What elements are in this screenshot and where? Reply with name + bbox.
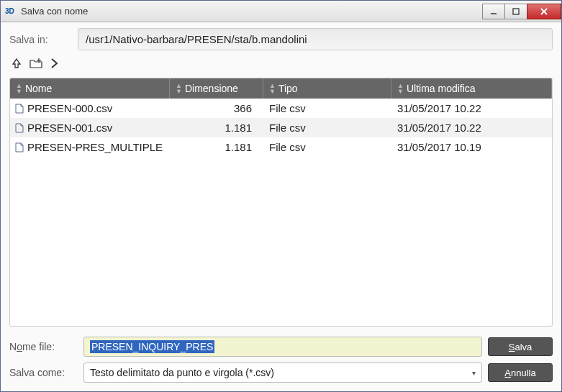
- file-type: File csv: [263, 141, 391, 153]
- maximize-button[interactable]: [504, 4, 527, 19]
- dialog-content: Salva in: /usr1/Nativo-barbara/PRESEN/st…: [1, 22, 561, 391]
- file-list: ▲▼ Nome ▲▼ Dimensione ▲▼ Tipo ▲▼ Ultima …: [9, 78, 553, 327]
- column-header-row: ▲▼ Nome ▲▼ Dimensione ▲▼ Tipo ▲▼ Ultima …: [10, 78, 552, 99]
- file-size: 1.181: [170, 141, 263, 153]
- forward-icon[interactable]: [50, 58, 58, 72]
- save-as-type-value: Testo delimitato da punto e virgola (*.c…: [90, 367, 274, 378]
- save-as-type-label: Salva come:: [9, 367, 78, 378]
- column-header-modified[interactable]: ▲▼ Ultima modifica: [391, 78, 552, 99]
- save-as-type-combo[interactable]: Testo delimitato da punto e virgola (*.c…: [83, 363, 482, 383]
- file-modified: 31/05/2017 10.22: [391, 102, 552, 114]
- column-modified-label: Ultima modifica: [407, 83, 476, 94]
- file-size: 366: [170, 102, 263, 114]
- file-icon: [14, 123, 24, 133]
- up-icon[interactable]: [11, 58, 22, 72]
- sort-arrows-icon: ▲▼: [269, 83, 276, 94]
- file-modified: 31/05/2017 10.19: [391, 141, 552, 153]
- sort-arrows-icon: ▲▼: [16, 83, 22, 94]
- file-type: File csv: [263, 102, 391, 114]
- table-row[interactable]: PRESEN-000.csv366File csv31/05/2017 10.2…: [10, 99, 552, 118]
- titlebar: 3D Salva con nome: [1, 1, 561, 22]
- filename-selected-text: PRESEN_INQUIRY_PRES: [90, 340, 214, 353]
- file-icon: [14, 104, 24, 114]
- table-row[interactable]: PRESEN-001.csv1.181File csv31/05/2017 10…: [10, 118, 552, 137]
- filename-input[interactable]: PRESEN_INQUIRY_PRES: [83, 337, 482, 357]
- file-name: PRESEN-000.csv: [27, 102, 112, 114]
- file-icon: [14, 142, 24, 152]
- filename-label: Nome file:: [9, 341, 78, 352]
- column-type-label: Tipo: [278, 83, 298, 94]
- minimize-button[interactable]: [482, 4, 505, 19]
- sort-arrows-icon: ▲▼: [397, 83, 404, 94]
- sort-arrows-icon: ▲▼: [176, 83, 182, 94]
- column-name-label: Nome: [25, 83, 52, 94]
- file-list-body[interactable]: PRESEN-000.csv366File csv31/05/2017 10.2…: [10, 99, 552, 326]
- file-name: PRESEN-PRES_MULTIPLE: [27, 141, 163, 153]
- save-button[interactable]: Salva: [488, 337, 553, 356]
- app-icon: 3D: [5, 6, 17, 17]
- column-size-label: Dimensione: [185, 83, 238, 94]
- file-name: PRESEN-001.csv: [27, 122, 112, 134]
- new-folder-icon[interactable]: [30, 58, 42, 72]
- path-input[interactable]: /usr1/Nativo-barbara/PRESEN/sta/b.mandol…: [78, 28, 553, 50]
- column-header-type[interactable]: ▲▼ Tipo: [263, 78, 391, 99]
- save-in-label: Salva in:: [9, 34, 78, 45]
- chevron-down-icon: ▾: [472, 369, 476, 377]
- column-header-size[interactable]: ▲▼ Dimensione: [170, 78, 263, 99]
- cancel-button[interactable]: Annulla: [488, 363, 553, 382]
- bottom-panel: Nome file: PRESEN_INQUIRY_PRES Salva Sal…: [9, 337, 553, 383]
- svg-rect-1: [513, 9, 519, 14]
- file-size: 1.181: [170, 122, 263, 134]
- column-header-name[interactable]: ▲▼ Nome: [10, 78, 170, 99]
- nav-toolbar: [9, 55, 553, 78]
- file-type: File csv: [263, 122, 391, 134]
- close-button[interactable]: [527, 4, 561, 19]
- window-title: Salva con nome: [21, 6, 483, 17]
- window-controls: [483, 4, 561, 19]
- file-modified: 31/05/2017 10.22: [391, 122, 552, 134]
- table-row[interactable]: PRESEN-PRES_MULTIPLE1.181File csv31/05/2…: [10, 137, 552, 157]
